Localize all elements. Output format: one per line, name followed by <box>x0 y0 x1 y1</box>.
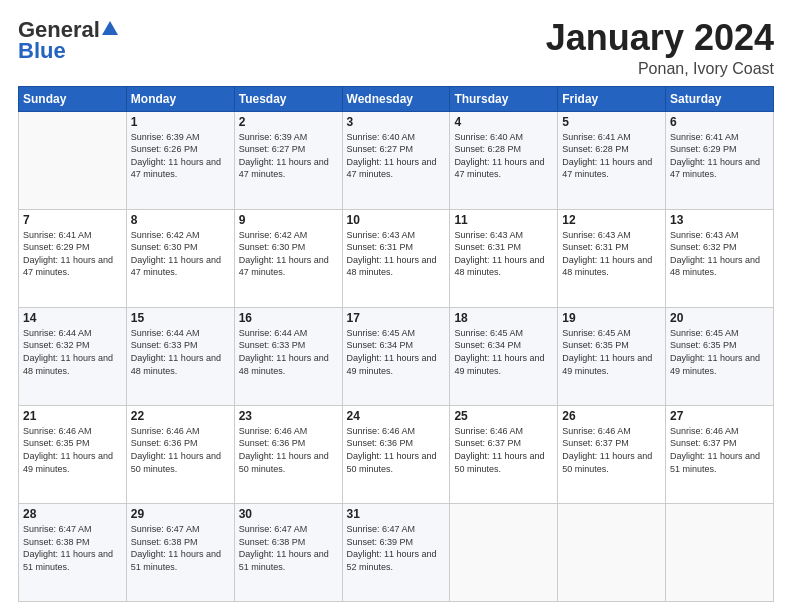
day-number: 8 <box>131 213 230 227</box>
table-row: 20Sunrise: 6:45 AMSunset: 6:35 PMDayligh… <box>666 307 774 405</box>
table-row <box>558 503 666 601</box>
calendar-week-row: 14Sunrise: 6:44 AMSunset: 6:32 PMDayligh… <box>19 307 774 405</box>
cell-text: Sunrise: 6:42 AMSunset: 6:30 PMDaylight:… <box>131 229 230 279</box>
table-row: 27Sunrise: 6:46 AMSunset: 6:37 PMDayligh… <box>666 405 774 503</box>
table-row: 9Sunrise: 6:42 AMSunset: 6:30 PMDaylight… <box>234 209 342 307</box>
day-number: 3 <box>347 115 446 129</box>
logo-blue-text: Blue <box>18 38 66 64</box>
cell-text: Sunrise: 6:46 AMSunset: 6:36 PMDaylight:… <box>131 425 230 475</box>
day-number: 11 <box>454 213 553 227</box>
table-row: 8Sunrise: 6:42 AMSunset: 6:30 PMDaylight… <box>126 209 234 307</box>
logo-triangle-icon <box>102 21 118 35</box>
day-number: 9 <box>239 213 338 227</box>
table-row: 17Sunrise: 6:45 AMSunset: 6:34 PMDayligh… <box>342 307 450 405</box>
table-row: 19Sunrise: 6:45 AMSunset: 6:35 PMDayligh… <box>558 307 666 405</box>
day-number: 19 <box>562 311 661 325</box>
calendar-header-row: Sunday Monday Tuesday Wednesday Thursday… <box>19 86 774 111</box>
cell-text: Sunrise: 6:40 AMSunset: 6:28 PMDaylight:… <box>454 131 553 181</box>
table-row: 2Sunrise: 6:39 AMSunset: 6:27 PMDaylight… <box>234 111 342 209</box>
table-row: 28Sunrise: 6:47 AMSunset: 6:38 PMDayligh… <box>19 503 127 601</box>
table-row: 26Sunrise: 6:46 AMSunset: 6:37 PMDayligh… <box>558 405 666 503</box>
day-number: 13 <box>670 213 769 227</box>
day-number: 16 <box>239 311 338 325</box>
cell-text: Sunrise: 6:47 AMSunset: 6:38 PMDaylight:… <box>239 523 338 573</box>
cell-text: Sunrise: 6:39 AMSunset: 6:26 PMDaylight:… <box>131 131 230 181</box>
cell-text: Sunrise: 6:43 AMSunset: 6:31 PMDaylight:… <box>347 229 446 279</box>
table-row: 15Sunrise: 6:44 AMSunset: 6:33 PMDayligh… <box>126 307 234 405</box>
calendar-week-row: 7Sunrise: 6:41 AMSunset: 6:29 PMDaylight… <box>19 209 774 307</box>
table-row: 5Sunrise: 6:41 AMSunset: 6:28 PMDaylight… <box>558 111 666 209</box>
day-number: 31 <box>347 507 446 521</box>
table-row <box>19 111 127 209</box>
day-number: 7 <box>23 213 122 227</box>
day-number: 25 <box>454 409 553 423</box>
table-row: 29Sunrise: 6:47 AMSunset: 6:38 PMDayligh… <box>126 503 234 601</box>
cell-text: Sunrise: 6:45 AMSunset: 6:35 PMDaylight:… <box>562 327 661 377</box>
calendar-week-row: 28Sunrise: 6:47 AMSunset: 6:38 PMDayligh… <box>19 503 774 601</box>
day-number: 15 <box>131 311 230 325</box>
col-monday: Monday <box>126 86 234 111</box>
cell-text: Sunrise: 6:43 AMSunset: 6:31 PMDaylight:… <box>562 229 661 279</box>
table-row: 24Sunrise: 6:46 AMSunset: 6:36 PMDayligh… <box>342 405 450 503</box>
day-number: 5 <box>562 115 661 129</box>
col-sunday: Sunday <box>19 86 127 111</box>
day-number: 18 <box>454 311 553 325</box>
cell-text: Sunrise: 6:39 AMSunset: 6:27 PMDaylight:… <box>239 131 338 181</box>
calendar-week-row: 21Sunrise: 6:46 AMSunset: 6:35 PMDayligh… <box>19 405 774 503</box>
cell-text: Sunrise: 6:47 AMSunset: 6:39 PMDaylight:… <box>347 523 446 573</box>
table-row: 23Sunrise: 6:46 AMSunset: 6:36 PMDayligh… <box>234 405 342 503</box>
day-number: 23 <box>239 409 338 423</box>
header: General Blue January 2024 Ponan, Ivory C… <box>18 18 774 78</box>
day-number: 4 <box>454 115 553 129</box>
title-block: January 2024 Ponan, Ivory Coast <box>546 18 774 78</box>
cell-text: Sunrise: 6:41 AMSunset: 6:29 PMDaylight:… <box>23 229 122 279</box>
table-row: 12Sunrise: 6:43 AMSunset: 6:31 PMDayligh… <box>558 209 666 307</box>
day-number: 29 <box>131 507 230 521</box>
cell-text: Sunrise: 6:45 AMSunset: 6:35 PMDaylight:… <box>670 327 769 377</box>
day-number: 1 <box>131 115 230 129</box>
col-saturday: Saturday <box>666 86 774 111</box>
calendar-table: Sunday Monday Tuesday Wednesday Thursday… <box>18 86 774 602</box>
table-row: 13Sunrise: 6:43 AMSunset: 6:32 PMDayligh… <box>666 209 774 307</box>
cell-text: Sunrise: 6:45 AMSunset: 6:34 PMDaylight:… <box>347 327 446 377</box>
main-title: January 2024 <box>546 18 774 58</box>
table-row: 7Sunrise: 6:41 AMSunset: 6:29 PMDaylight… <box>19 209 127 307</box>
cell-text: Sunrise: 6:43 AMSunset: 6:31 PMDaylight:… <box>454 229 553 279</box>
cell-text: Sunrise: 6:41 AMSunset: 6:28 PMDaylight:… <box>562 131 661 181</box>
table-row <box>450 503 558 601</box>
cell-text: Sunrise: 6:46 AMSunset: 6:37 PMDaylight:… <box>670 425 769 475</box>
day-number: 28 <box>23 507 122 521</box>
day-number: 14 <box>23 311 122 325</box>
day-number: 26 <box>562 409 661 423</box>
cell-text: Sunrise: 6:46 AMSunset: 6:37 PMDaylight:… <box>454 425 553 475</box>
table-row: 11Sunrise: 6:43 AMSunset: 6:31 PMDayligh… <box>450 209 558 307</box>
table-row: 16Sunrise: 6:44 AMSunset: 6:33 PMDayligh… <box>234 307 342 405</box>
cell-text: Sunrise: 6:43 AMSunset: 6:32 PMDaylight:… <box>670 229 769 279</box>
table-row: 10Sunrise: 6:43 AMSunset: 6:31 PMDayligh… <box>342 209 450 307</box>
cell-text: Sunrise: 6:41 AMSunset: 6:29 PMDaylight:… <box>670 131 769 181</box>
day-number: 6 <box>670 115 769 129</box>
cell-text: Sunrise: 6:44 AMSunset: 6:33 PMDaylight:… <box>131 327 230 377</box>
table-row: 14Sunrise: 6:44 AMSunset: 6:32 PMDayligh… <box>19 307 127 405</box>
table-row: 18Sunrise: 6:45 AMSunset: 6:34 PMDayligh… <box>450 307 558 405</box>
table-row: 31Sunrise: 6:47 AMSunset: 6:39 PMDayligh… <box>342 503 450 601</box>
cell-text: Sunrise: 6:46 AMSunset: 6:36 PMDaylight:… <box>239 425 338 475</box>
calendar-week-row: 1Sunrise: 6:39 AMSunset: 6:26 PMDaylight… <box>19 111 774 209</box>
table-row: 6Sunrise: 6:41 AMSunset: 6:29 PMDaylight… <box>666 111 774 209</box>
cell-text: Sunrise: 6:40 AMSunset: 6:27 PMDaylight:… <box>347 131 446 181</box>
table-row: 21Sunrise: 6:46 AMSunset: 6:35 PMDayligh… <box>19 405 127 503</box>
cell-text: Sunrise: 6:46 AMSunset: 6:37 PMDaylight:… <box>562 425 661 475</box>
col-friday: Friday <box>558 86 666 111</box>
day-number: 2 <box>239 115 338 129</box>
logo: General Blue <box>18 18 118 64</box>
day-number: 30 <box>239 507 338 521</box>
day-number: 27 <box>670 409 769 423</box>
day-number: 17 <box>347 311 446 325</box>
table-row: 30Sunrise: 6:47 AMSunset: 6:38 PMDayligh… <box>234 503 342 601</box>
day-number: 22 <box>131 409 230 423</box>
day-number: 24 <box>347 409 446 423</box>
cell-text: Sunrise: 6:47 AMSunset: 6:38 PMDaylight:… <box>131 523 230 573</box>
subtitle: Ponan, Ivory Coast <box>546 60 774 78</box>
table-row: 22Sunrise: 6:46 AMSunset: 6:36 PMDayligh… <box>126 405 234 503</box>
cell-text: Sunrise: 6:44 AMSunset: 6:33 PMDaylight:… <box>239 327 338 377</box>
